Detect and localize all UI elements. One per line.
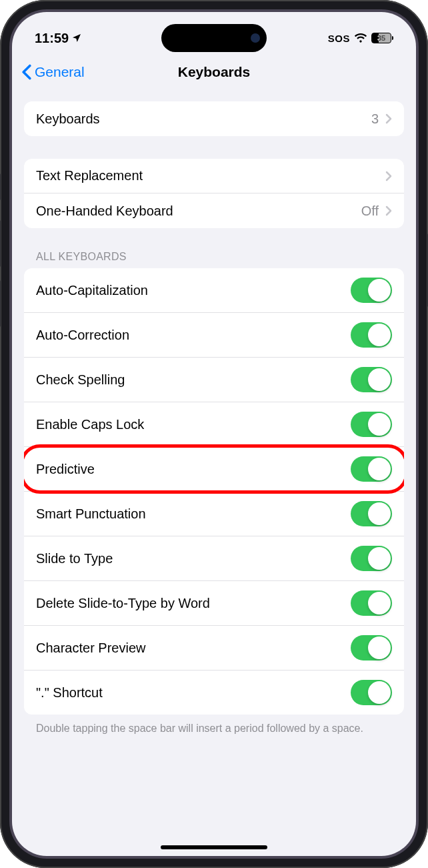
- group-text-options: Text Replacement One-Handed Keyboard Off: [24, 159, 404, 228]
- location-icon: [71, 33, 82, 43]
- row-slide-to-type: Slide to Type: [24, 536, 404, 581]
- toggle-auto-correction[interactable]: [351, 322, 392, 348]
- chevron-left-icon: [21, 64, 32, 80]
- row-label: Text Replacement: [36, 168, 143, 183]
- row-text-replacement[interactable]: Text Replacement: [24, 159, 404, 193]
- row-label: Slide to Type: [36, 551, 113, 566]
- toggle-period-shortcut[interactable]: [351, 680, 392, 705]
- row-label: One-Handed Keyboard: [36, 203, 173, 219]
- toggle-character-preview[interactable]: [351, 635, 392, 661]
- row-delete-slide: Delete Slide-to-Type by Word: [24, 581, 404, 626]
- row-label: "." Shortcut: [36, 685, 103, 701]
- toggle-smart-punctuation[interactable]: [351, 501, 392, 526]
- group-keyboards: Keyboards 3: [24, 101, 404, 136]
- row-label: Character Preview: [36, 640, 146, 656]
- toggle-auto-capitalization[interactable]: [351, 278, 392, 303]
- row-smart-punctuation: Smart Punctuation: [24, 492, 404, 536]
- toggle-delete-slide[interactable]: [351, 590, 392, 616]
- dynamic-island: [161, 24, 267, 52]
- status-time: 11:59: [35, 31, 69, 46]
- home-indicator[interactable]: [161, 845, 267, 849]
- volume-down-button: [0, 280, 1, 327]
- footer-hint: Double tapping the space bar will insert…: [24, 715, 404, 736]
- row-period-shortcut: "." Shortcut: [24, 671, 404, 715]
- back-label: General: [35, 64, 85, 80]
- row-label: Check Spelling: [36, 372, 125, 388]
- wifi-icon: [354, 31, 367, 45]
- row-label: Auto-Capitalization: [36, 283, 148, 298]
- keyboards-count: 3: [371, 111, 379, 127]
- section-header-all-keyboards: ALL KEYBOARDS: [24, 228, 404, 268]
- screen: 11:59 SOS 35 General Keyboards: [12, 12, 416, 856]
- row-label: Enable Caps Lock: [36, 417, 144, 432]
- row-character-preview: Character Preview: [24, 626, 404, 671]
- phone-frame: 11:59 SOS 35 General Keyboards: [0, 0, 428, 868]
- row-predictive: Predictive: [24, 447, 404, 492]
- toggle-predictive[interactable]: [351, 456, 392, 482]
- back-button[interactable]: General: [21, 64, 85, 80]
- row-keyboards[interactable]: Keyboards 3: [24, 101, 404, 136]
- chevron-right-icon: [385, 171, 392, 181]
- row-label: Predictive: [36, 462, 95, 477]
- chevron-right-icon: [385, 205, 392, 216]
- toggle-caps-lock[interactable]: [351, 412, 392, 437]
- mute-switch: [0, 173, 1, 200]
- page-title: Keyboards: [178, 64, 251, 80]
- row-caps-lock: Enable Caps Lock: [24, 402, 404, 447]
- row-auto-capitalization: Auto-Capitalization: [24, 268, 404, 313]
- battery-indicator: 35: [371, 33, 393, 43]
- one-handed-value: Off: [361, 203, 379, 219]
- row-label: Delete Slide-to-Type by Word: [36, 596, 210, 611]
- row-label: Auto-Correction: [36, 328, 129, 343]
- volume-up-button: [0, 220, 1, 267]
- row-label: Keyboards: [36, 111, 100, 127]
- row-check-spelling: Check Spelling: [24, 358, 404, 402]
- row-label: Smart Punctuation: [36, 506, 146, 522]
- chevron-right-icon: [385, 113, 392, 124]
- row-one-handed[interactable]: One-Handed Keyboard Off: [24, 193, 404, 228]
- nav-bar: General Keyboards: [12, 52, 416, 89]
- sos-indicator: SOS: [328, 33, 350, 44]
- row-auto-correction: Auto-Correction: [24, 313, 404, 358]
- group-all-keyboards: Auto-Capitalization Auto-Correction Chec…: [24, 268, 404, 715]
- toggle-slide-to-type[interactable]: [351, 546, 392, 571]
- toggle-check-spelling[interactable]: [351, 367, 392, 392]
- camera-dot: [251, 33, 260, 43]
